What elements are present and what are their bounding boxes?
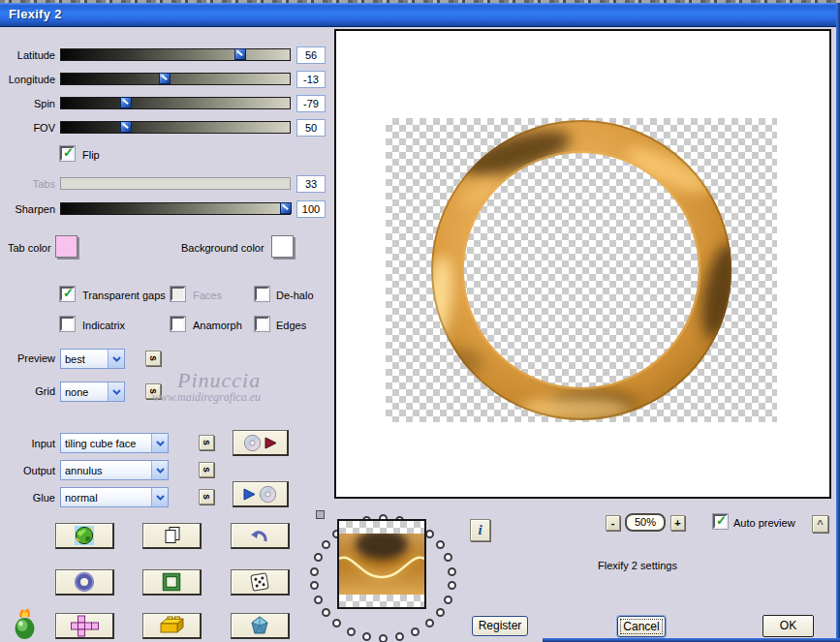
orbit-dot[interactable] [395,632,404,641]
source-texture-thumbnail[interactable] [337,519,426,609]
orbit-dot[interactable] [444,596,452,604]
flexify2-dialog: Flexify 2 Latitude 56 Longitude -13 Spin… [0,0,840,642]
orbit-dot[interactable] [436,540,445,549]
orbit-dot[interactable] [310,567,319,576]
orbit-dot[interactable] [322,608,330,617]
orbit-dot[interactable] [322,540,330,549]
thumbnail-transparency-bottom [339,595,424,607]
orbit-dot[interactable] [362,632,371,641]
orbit-dot[interactable] [448,567,456,576]
orbit-dot[interactable] [448,581,456,590]
orbit-dot[interactable] [310,581,319,590]
orbit-dot[interactable] [425,619,434,627]
thumbnail-transparency-top [339,521,424,534]
orbit-dot[interactable] [436,608,445,617]
orbit-handle[interactable] [316,510,325,519]
orbit-dot[interactable] [444,553,452,562]
thumbnail-texture [339,534,424,595]
orbit-dot[interactable] [411,627,420,636]
orbit-dot[interactable] [425,530,434,538]
orbit-dot[interactable] [332,619,341,627]
orbit-dot[interactable] [314,596,323,604]
orbit-dot[interactable] [379,634,388,642]
orbit-dot[interactable] [314,553,323,562]
orbit-dot[interactable] [347,627,356,636]
